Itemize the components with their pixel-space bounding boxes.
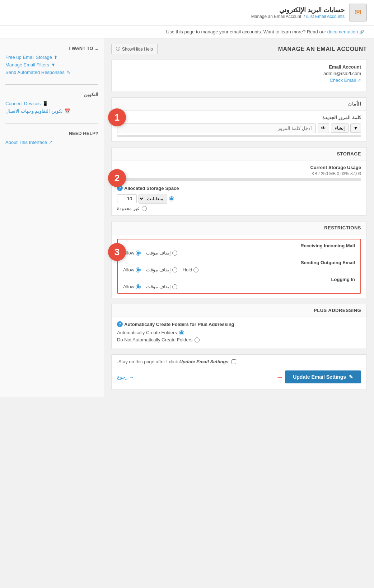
sending-hold-label: Hold (183, 267, 192, 272)
receiving-suspend-radio[interactable] (172, 251, 177, 256)
storage-unlimited-radio[interactable] (142, 206, 147, 211)
email-account-body: Email Account admin@rsa2l.com Check Emai… (112, 60, 366, 92)
storage-value: KB / 250 MB 0,03% 87,03 (312, 171, 361, 176)
stay-text: Stay on this page after I click Update E… (117, 359, 229, 364)
upload-icon: ⬆ (54, 55, 58, 60)
storage-title: STORAGE (112, 148, 366, 160)
sidebar-label-send-automated: Send Automated Responses (5, 70, 65, 75)
documentation-link[interactable]: documentation (327, 29, 358, 34)
main-layout: ... I WANT TO ⬆ Free up Email Storage ▼ … (0, 38, 374, 397)
storage-bar (117, 178, 361, 181)
calendar-icon: 📅 (65, 108, 70, 114)
password-toggle-button[interactable]: 👁 (318, 123, 329, 133)
email-account-value: admin@rsa2l.com (117, 71, 361, 76)
plus-auto-label: Automatically Create Folders (117, 330, 177, 335)
sending-options: Hold إيقاف مؤقت Allow (123, 267, 355, 272)
sidebar-section-want: ... I WANT TO ⬆ Free up Email Storage ▼ … (5, 46, 98, 85)
breadcrumb-link[interactable]: /List Email Accounts (306, 14, 345, 19)
security-section: الأمان كلمة المرور الجديدة ▼ إنشاء 👁 (111, 97, 367, 142)
content-area: ⓘ Show/Hide Help MANAGE AN EMAIL ACCOUNT… (104, 38, 374, 397)
security-title: الأمان (112, 98, 366, 111)
storage-unit-select[interactable]: ميغابايت (139, 194, 167, 204)
stay-row: Stay on this page after I click Update E… (117, 359, 361, 364)
logging-option-allow: Allow (123, 284, 141, 289)
password-create-button[interactable]: إنشاء (331, 123, 349, 133)
sidebar-label-configure-cal: تكوين التقاويم وجهات الاتصال (5, 108, 63, 114)
email-icon: ✉ (349, 4, 367, 22)
step-3-circle: 3 (108, 243, 126, 261)
password-input[interactable] (117, 123, 316, 133)
help-icon: ⓘ (116, 46, 120, 52)
email-account-section: Email Account admin@rsa2l.com Check Emai… (111, 60, 367, 92)
sidebar-item-configure-cal[interactable]: 📅 تكوين التقاويم وجهات الاتصال (5, 108, 98, 114)
logging-allow-radio[interactable] (136, 284, 141, 289)
logging-allow-label: Allow (123, 284, 134, 289)
step-2-circle: 2 (108, 169, 126, 187)
sending-label: Sending Outgoing Email (123, 260, 355, 265)
sidebar-item-send-automated[interactable]: ✎ Send Automated Responses (5, 70, 98, 75)
receiving-label: Receiving Incoming Mail (123, 243, 355, 248)
logging-suspend-label: إيقاف مؤقت (146, 284, 171, 289)
update-email-settings-button[interactable]: Update Email Settings ✎ (285, 370, 361, 383)
email-account-label: Email Account (117, 64, 361, 70)
password-controls: ▼ إنشاء 👁 (117, 123, 361, 133)
sidebar-label-free-storage: Free up Email Storage (5, 55, 52, 60)
sending-allow-label: Allow (123, 267, 134, 272)
plus-addressing-section: PLUS ADDRESSING Automatically Create Fol… (111, 304, 367, 349)
sidebar-label-manage-filters: Manage Email Filters (5, 62, 49, 67)
storage-limited-radio[interactable] (169, 196, 174, 201)
storage-number-input[interactable] (117, 194, 137, 203)
plus-option-auto: Automatically Create Folders (117, 330, 361, 335)
current-storage-label: Current Storage Usage (117, 165, 361, 170)
storage-section: STORAGE Current Storage Usage KB / 250 M… (111, 147, 367, 216)
sidebar-item-free-storage[interactable]: ⬆ Free up Email Storage (5, 55, 98, 60)
email-account-field: Email Account admin@rsa2l.com Check Emai… (117, 64, 361, 83)
sidebar-item-manage-filters[interactable]: ▼ Manage Email Filters (5, 62, 98, 67)
eye-icon: 👁 (321, 125, 326, 131)
security-body: كلمة المرور الجديدة ▼ إنشاء 👁 (112, 111, 366, 141)
logging-label: Logging In (123, 277, 355, 282)
filter-icon: ▼ (51, 62, 56, 67)
sending-suspend-radio[interactable] (172, 267, 177, 272)
arrow-indicator: → (276, 373, 283, 381)
logging-suspend-radio[interactable] (172, 284, 177, 289)
password-dropdown-button[interactable]: ▼ (350, 123, 361, 133)
plus-addressing-row: Automatically Create Folders for Plus Ad… (117, 321, 361, 342)
stay-checkbox[interactable] (232, 359, 236, 364)
new-password-label: كلمة المرور الجديدة (117, 115, 361, 120)
sending-suspend-label: إيقاف مؤقت (146, 267, 171, 272)
content-header: ⓘ Show/Hide Help MANAGE AN EMAIL ACCOUNT (111, 44, 367, 54)
info-bar: . 🔗 Use this page to manage your email a… (0, 25, 374, 38)
page-arabic-title: حسابات البريد الإلكتروني (279, 6, 345, 14)
plus-addressing-title: PLUS ADDRESSING (112, 304, 366, 317)
plus-auto-radio[interactable] (179, 330, 184, 335)
sending-option-hold: Hold (183, 267, 199, 272)
update-btn-group: → Update Email Settings ✎ (276, 370, 361, 383)
check-email-icon: ↗ (357, 78, 361, 83)
back-link[interactable]: → رجوع (117, 374, 134, 380)
sidebar-section-help: ?NEED HELP ↗ About This Interface (5, 131, 98, 154)
sidebar-heading-want: ... I WANT TO (5, 46, 98, 51)
external-link-icon: 🔗 (359, 30, 364, 34)
sidebar-label-connect-devices: Connect Devices (5, 101, 41, 106)
sending-hold-radio[interactable] (193, 267, 198, 272)
sending-option-suspend: إيقاف مؤقت (146, 267, 177, 272)
check-email-link[interactable]: Check Email ↗ (329, 78, 361, 83)
plus-no-auto-radio[interactable] (195, 337, 200, 342)
info-body: Use this page to manage your email accou… (166, 29, 326, 34)
plus-option-no-auto: Do Not Automatically Create Folders (117, 337, 361, 342)
sending-option-allow: Allow (123, 267, 141, 272)
sending-allow-radio[interactable] (136, 267, 141, 272)
header: حسابات البريد الإلكتروني Manage an Email… (0, 0, 374, 25)
logging-option-suspend: إيقاف مؤقت (146, 284, 177, 289)
breadcrumb: Manage an Email Account / /List Email Ac… (251, 14, 345, 19)
password-inner: كلمة المرور الجديدة ▼ إنشاء 👁 (117, 115, 361, 137)
receiving-allow-radio[interactable] (136, 251, 141, 256)
back-label: رجوع (117, 374, 127, 380)
show-hide-button[interactable]: ⓘ Show/Hide Help (111, 44, 158, 54)
sidebar-item-about[interactable]: ↗ About This Interface (5, 140, 98, 145)
update-btn-label: Update Email Settings (293, 374, 346, 380)
show-hide-label: Show/Hide Help (122, 47, 153, 52)
sidebar-item-connect-devices[interactable]: 📱 Connect Devices (5, 101, 98, 106)
plus-help-icon[interactable]: ? (117, 321, 123, 327)
